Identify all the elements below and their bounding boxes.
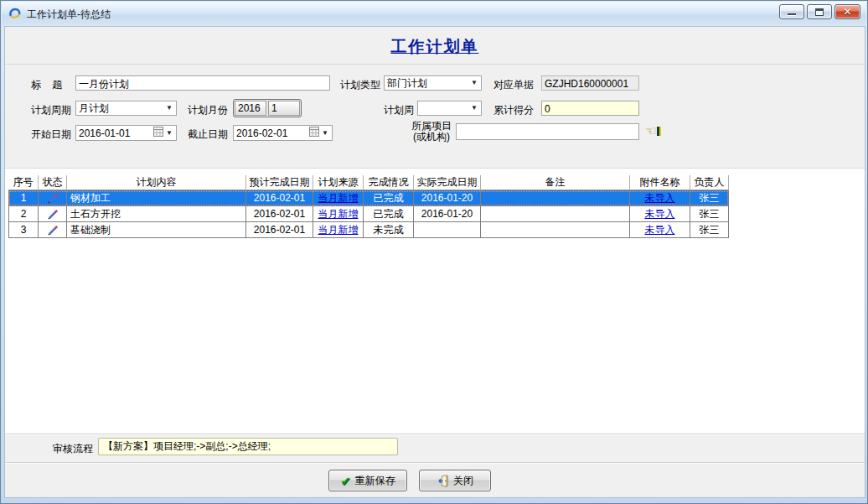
- cell-attachment: 未导入: [630, 206, 690, 222]
- plan-table-body: 1 钢材加工2016-02-01当月新增已完成2016-01-20未导入张三2 …: [8, 190, 729, 238]
- table-row[interactable]: 1 钢材加工2016-02-01当月新增已完成2016-01-20未导入张三: [8, 190, 729, 206]
- column-header[interactable]: 完成情况: [364, 175, 414, 190]
- cell-remark: [481, 190, 630, 206]
- cell-seq: 2: [8, 206, 39, 222]
- chevron-down-icon: ▼: [165, 101, 173, 115]
- cell-status[interactable]: [39, 206, 67, 222]
- close-window-button[interactable]: ✕: [834, 4, 860, 19]
- cell-source: 当月新增: [313, 222, 364, 238]
- cell-attachment-link[interactable]: 未导入: [645, 224, 675, 236]
- close-form-button[interactable]: 关闭: [419, 470, 491, 491]
- pointing-hand-icon: ☜: [645, 125, 656, 137]
- cell-due-date: 2016-02-01: [246, 222, 313, 238]
- window-titlebar[interactable]: 工作计划单-待总结 ✕: [2, 2, 866, 25]
- plan-week-dropdown[interactable]: ▼: [417, 101, 482, 116]
- cell-due-date: 2016-02-01: [246, 206, 313, 222]
- column-header[interactable]: 状态: [39, 175, 67, 190]
- end-date-picker[interactable]: 2016-02-01 ▼: [233, 125, 333, 141]
- table-area: 序号状态计划内容预计完成日期计划来源完成情况实际完成日期备注附件名称负责人 1 …: [5, 168, 865, 434]
- page-title: 工作计划单: [391, 38, 479, 55]
- review-flow-field[interactable]: 【新方案】项目经理;->副总;->总经理;: [98, 438, 398, 455]
- cell-completion: 未完成: [364, 222, 414, 238]
- column-header[interactable]: 负责人: [690, 175, 729, 190]
- book-icon: [657, 127, 661, 136]
- cell-seq: 3: [8, 222, 39, 238]
- page-title-band: 工作计划单: [5, 27, 865, 65]
- review-flow-label: 审核流程: [53, 442, 93, 456]
- divider: [5, 434, 865, 435]
- cell-remark: [481, 206, 630, 222]
- plan-week-label: 计划周: [384, 103, 414, 117]
- column-header[interactable]: 计划来源: [313, 175, 364, 190]
- form-content: 工作计划单 标 题 一月份计划 计划类型 部门计划 ▼ 对应单据 GZJHD16…: [4, 26, 865, 498]
- cell-status[interactable]: [39, 190, 67, 206]
- cell-due-date: 2016-02-01: [246, 190, 313, 206]
- start-date-picker[interactable]: 2016-01-01 ▼: [75, 125, 177, 141]
- minimize-button[interactable]: [779, 4, 804, 19]
- cell-source: 当月新增: [313, 190, 364, 206]
- project-picker-button[interactable]: ☜: [645, 125, 661, 137]
- minimize-icon: [788, 13, 796, 16]
- chevron-down-icon: ▼: [321, 127, 329, 140]
- cell-attachment: 未导入: [630, 222, 690, 238]
- cell-completion: 已完成: [364, 206, 414, 222]
- column-header[interactable]: 计划内容: [67, 175, 246, 190]
- plan-table-header: 序号状态计划内容预计完成日期计划来源完成情况实际完成日期备注附件名称负责人: [8, 175, 729, 190]
- divider: [5, 462, 865, 464]
- cell-owner: 张三: [690, 206, 729, 222]
- plan-type-dropdown[interactable]: 部门计划 ▼: [384, 75, 482, 91]
- cell-actual-date: [414, 222, 481, 238]
- column-header[interactable]: 备注: [481, 175, 630, 190]
- app-window: 工作计划单-待总结 ✕ 工作计划单 标 题 一月份计划 计划类型 部门计划 ▼ …: [0, 0, 868, 504]
- start-date-label: 开始日期: [31, 127, 71, 141]
- doc-no-label: 对应单据: [493, 78, 534, 91]
- project-label: 所属项目 (或机构): [409, 121, 454, 143]
- plan-month-picker: 2016 ▼ 1 ▼: [233, 99, 302, 117]
- table-row[interactable]: 2 土石方开挖2016-02-01当月新增已完成2016-01-20未导入张三: [8, 206, 729, 222]
- plan-type-label: 计划类型: [340, 78, 380, 91]
- cell-owner: 张三: [690, 190, 729, 206]
- cell-actual-date: 2016-01-20: [414, 206, 481, 222]
- title-input[interactable]: 一月份计划: [75, 75, 330, 91]
- calendar-icon: [309, 127, 319, 137]
- plan-period-dropdown[interactable]: 月计划 ▼: [75, 101, 177, 116]
- table-row[interactable]: 3 基础浇制2016-02-01当月新增未完成未导入张三: [8, 222, 729, 238]
- end-date-label: 截止日期: [188, 127, 228, 141]
- save-button[interactable]: ✔ 重新保存: [328, 470, 407, 491]
- chevron-down-icon: ▼: [165, 127, 173, 140]
- cell-actual-date: 2016-01-20: [414, 190, 481, 206]
- month-dropdown[interactable]: 1 ▼: [268, 101, 300, 116]
- cell-attachment-link[interactable]: 未导入: [645, 192, 675, 204]
- cell-owner: 张三: [690, 222, 729, 238]
- cell-source-link[interactable]: 当月新增: [318, 192, 359, 204]
- cell-status[interactable]: [39, 222, 67, 238]
- project-input[interactable]: [456, 123, 639, 140]
- pencil-icon: [47, 193, 59, 205]
- close-icon: ✕: [843, 7, 851, 17]
- window-title: 工作计划单-待总结: [27, 8, 111, 22]
- total-score-field[interactable]: 0: [541, 101, 639, 116]
- cell-source-link[interactable]: 当月新增: [318, 224, 359, 236]
- calendar-icon: [153, 127, 163, 137]
- maximize-icon: [815, 8, 824, 16]
- chevron-down-icon: ▼: [470, 101, 478, 115]
- column-header[interactable]: 实际完成日期: [414, 175, 481, 190]
- cell-content: 钢材加工: [67, 190, 246, 206]
- year-dropdown[interactable]: 2016 ▼: [235, 101, 266, 116]
- cell-completion: 已完成: [364, 190, 414, 206]
- plan-month-label: 计划月份: [188, 103, 228, 117]
- cell-source-link[interactable]: 当月新增: [318, 208, 359, 220]
- cell-source: 当月新增: [313, 206, 364, 222]
- column-header[interactable]: 预计完成日期: [246, 175, 313, 190]
- cell-attachment-link[interactable]: 未导入: [645, 208, 675, 220]
- maximize-button[interactable]: [807, 4, 832, 19]
- chevron-down-icon: ▼: [470, 76, 478, 90]
- total-score-label: 累计得分: [493, 103, 534, 117]
- cell-content: 土石方开挖: [67, 206, 246, 222]
- cell-remark: [481, 222, 630, 238]
- column-header[interactable]: 附件名称: [630, 175, 690, 190]
- cell-attachment: 未导入: [630, 190, 690, 206]
- cell-seq: 1: [8, 190, 39, 206]
- check-icon: ✔: [340, 475, 351, 487]
- column-header[interactable]: 序号: [8, 175, 39, 190]
